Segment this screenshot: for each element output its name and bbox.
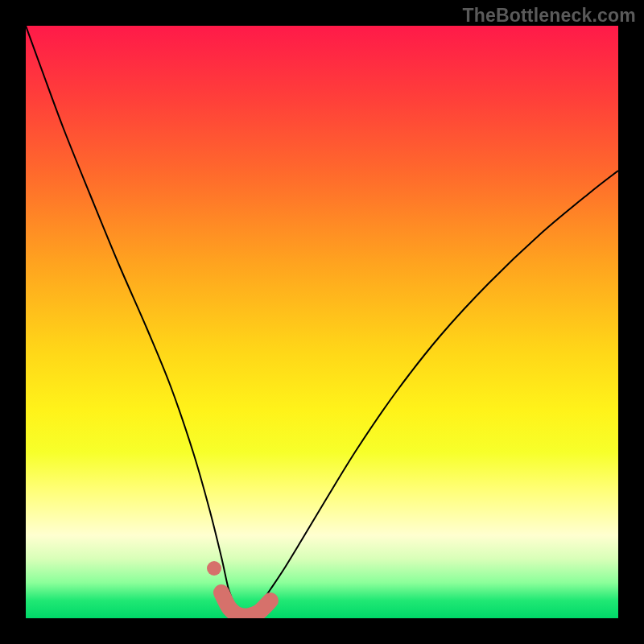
watermark-text: TheBottleneck.com [462,5,636,27]
chart-plot-area [26,26,618,618]
chart-marker-highlight-dot-left [207,561,221,576]
chart-frame: TheBottleneck.com [0,0,644,644]
chart-svg [26,26,618,618]
chart-path-bottleneck-curve [26,26,618,614]
chart-path-highlight-band [221,592,270,617]
